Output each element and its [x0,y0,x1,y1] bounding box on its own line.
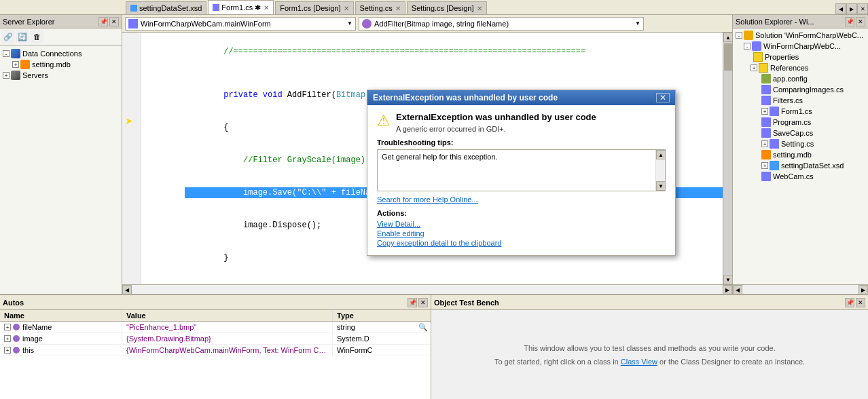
tree-item-servers[interactable]: + Servers [1,70,120,81]
scroll-thumb[interactable] [724,43,732,71]
tab-close-icon[interactable]: ✕ [395,5,401,12]
se-close-button[interactable]: ✕ [856,17,865,26]
hscroll-right-button[interactable]: ▶ [723,285,732,294]
hscroll-left-button[interactable]: ◀ [122,285,132,294]
tab-settingcs-design[interactable]: Setting.cs [Design] ✕ [407,1,487,14]
action-enable-editing-link[interactable]: Enable editing [377,229,666,238]
action-copy-detail-link[interactable]: Copy exception detail to the clipboard [377,239,666,247]
autos-cell-type-image: System.D [333,333,374,344]
se-project-node[interactable]: - WinFormCharpWebC... [734,41,867,52]
item-label: ComparingImages.cs [773,86,844,94]
close-panel-button[interactable]: ✕ [109,17,119,26]
se-refresh-button[interactable]: 🔄 [16,30,29,43]
editor-vscrollbar[interactable]: ▲ ▼ [723,33,732,284]
se-connect-button[interactable]: 🔗 [1,30,15,43]
execution-pointer-icon: ➤ [125,115,133,126]
project-label: WinFormCharpWebC... [763,42,841,50]
expand-icon[interactable]: + [3,72,10,79]
code-comment: //Filter GrayScale(image); [185,155,371,165]
tab-label: Form1.cs ✱ [221,3,261,12]
expand-icon[interactable]: - [736,32,742,39]
tab-form1cs[interactable]: Form1.cs ✱ ✕ [208,0,274,14]
servers-icon [11,71,20,80]
se-item-program[interactable]: Program.cs [734,117,867,128]
se-item-references[interactable]: + References [734,62,867,73]
scroll-up-button[interactable]: ▲ [723,33,732,42]
dialog-exception-title: ExternalException was unhandled by user … [396,112,596,122]
expand-icon[interactable]: + [12,61,19,68]
scroll-down-button[interactable]: ▼ [723,275,732,284]
tab-close-icon[interactable]: ✕ [477,5,482,12]
tab-scroll-right[interactable]: ▶ [846,3,857,14]
autos-row-filename: + fileName "PicEnhance_1.bmp" string 🔍 [0,322,431,333]
autos-cell-type-filename: string [333,322,359,332]
se-item-properties[interactable]: Properties [734,52,867,62]
var-icon [13,324,20,330]
row-expand-icon[interactable]: + [4,324,11,330]
dialog-close-button[interactable]: ✕ [656,93,670,102]
tab-form1cs-design[interactable]: Form1.cs [Design] ✕ [275,1,353,14]
tab-settingDataSet[interactable]: settingDataSet.xsd [126,1,206,14]
expand-icon[interactable]: - [3,50,10,57]
se-item-form1cs[interactable]: + Form1.cs [734,106,867,117]
se-solution-node[interactable]: - Solution 'WinFormCharpWebC... [734,30,867,41]
row-expand-icon3[interactable]: + [4,347,11,354]
tips-scroll-down-button[interactable]: ▼ [656,181,666,191]
pin-icon[interactable]: 📌 [98,17,108,26]
search-icon-filename[interactable]: 🔍 [418,323,431,332]
hscroll-track [132,285,723,294]
solution-label: Solution 'WinFormCharpWebC... [755,31,863,39]
tab-settingcs[interactable]: Setting.cs ✕ [355,1,405,14]
se-delete-button[interactable]: 🗑 [30,30,43,43]
tab-close-icon[interactable]: ✕ [264,4,269,12]
autos-tab[interactable]: Autos [3,299,24,307]
expand-icon[interactable]: + [751,64,757,71]
cs-icon6 [770,139,779,149]
action-view-detail-link[interactable]: View Detail... [377,220,666,228]
otb-pin-button[interactable]: 📌 [845,298,854,307]
se-header: Solution Explorer - Wi... 📌 ✕ [733,15,868,28]
item-label: Form1.cs [781,107,812,115]
row-expand-icon2[interactable]: + [4,335,11,342]
se-item-settingxsd[interactable]: + settingDataSet.xsd [734,160,867,171]
solution-explorer-panel: Solution Explorer - Wi... 📌 ✕ - Solution… [732,15,868,294]
otb-close-button[interactable]: ✕ [856,298,865,307]
method-dropdown-arrow: ▼ [635,20,640,26]
expand-icon[interactable]: + [761,140,768,147]
search-help-link[interactable]: Search for more Help Online... [377,195,666,204]
se-item-webcamcs[interactable]: WebCam.cs [734,171,867,182]
tips-scrollbar: ▲ ▼ [655,150,665,191]
autos-cell-value-this: {WinFormCharpWebCam.mainWinForm, Text: W… [122,345,333,356]
item-label: References [770,64,808,72]
cs-icon7 [761,172,771,181]
item-label: Setting.cs [781,140,814,148]
se-item-comparingimages[interactable]: ComparingImages.cs [734,84,867,95]
expand-icon[interactable]: + [761,108,768,115]
se-tree: - Data Connections + setting.mdb + Serve… [0,45,122,294]
se-item-savecap[interactable]: SaveCap.cs [734,128,867,138]
method-dropdown[interactable]: AddFilter(Bitmap image, string fileName)… [359,17,644,31]
dialog-body: ⚠ ExternalException was unhandled by use… [367,105,675,255]
tab-scroll-left[interactable]: ◀ [835,3,846,14]
tree-item-setting-mdb[interactable]: + setting.mdb [1,59,120,70]
code-gutter: ➤ [122,33,141,284]
tab-close-all[interactable]: ✕ [857,3,868,14]
exception-dialog: ExternalException was unhandled by user … [367,90,676,256]
se-hscroll-left[interactable]: ◀ [733,285,742,294]
tree-item-data-connections[interactable]: - Data Connections [1,48,120,59]
se-hscroll-right[interactable]: ▶ [858,285,868,294]
class-dropdown[interactable]: WinFormCharpWebCam.mainWinForm ▼ [125,17,356,31]
expand-icon[interactable]: - [744,43,751,50]
tips-scroll-up-button[interactable]: ▲ [656,150,666,159]
se-item-settingmdb[interactable]: setting.mdb [734,149,867,160]
tree-item-label: Servers [22,71,48,79]
autos-pin-button[interactable]: 📌 [408,298,417,307]
class-view-link[interactable]: Class View [621,358,657,366]
se-item-appconfig[interactable]: app.config [734,73,867,84]
se-pin-button[interactable]: 📌 [845,17,854,26]
se-item-filters[interactable]: Filters.cs [734,95,867,106]
tab-close-icon[interactable]: ✕ [344,5,349,12]
autos-close-button[interactable]: ✕ [418,298,428,307]
expand-icon[interactable]: + [761,162,768,169]
se-item-settingcs[interactable]: + Setting.cs [734,138,867,149]
